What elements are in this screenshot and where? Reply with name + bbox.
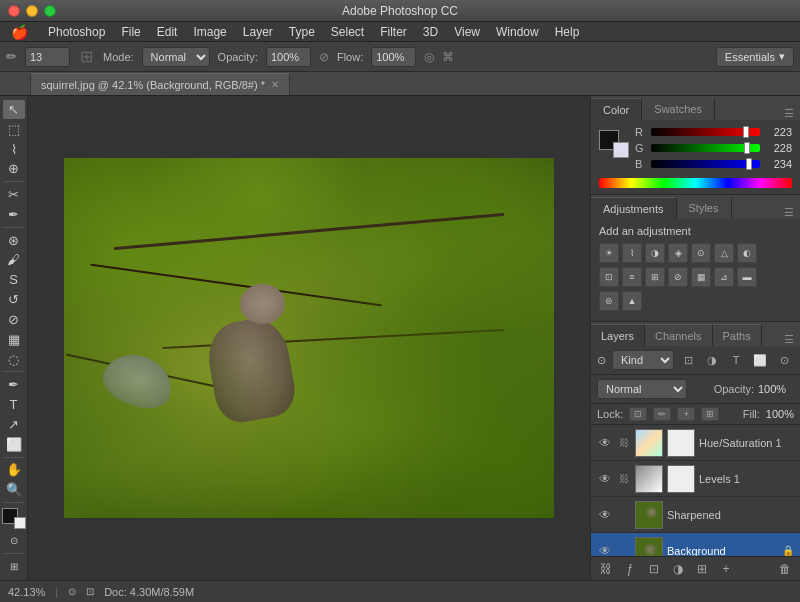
curves-adj-icon[interactable]: ⌇	[622, 243, 642, 263]
selective-color-adj-icon[interactable]: ⊜	[599, 291, 619, 311]
tab-layers[interactable]: Layers	[591, 324, 645, 346]
brush-size-value[interactable]: 13	[25, 47, 70, 67]
menu-file[interactable]: File	[114, 23, 147, 41]
menu-photoshop[interactable]: Photoshop	[41, 23, 112, 41]
pixel-filter-button[interactable]: ⊡	[678, 350, 698, 370]
blend-mode-select[interactable]: Normal Multiply Screen Overlay	[597, 379, 687, 399]
fg-bg-colors[interactable]	[2, 508, 26, 529]
lock-image-button[interactable]: ✏	[653, 407, 671, 421]
shape-filter-button[interactable]: ⬜	[750, 350, 770, 370]
color-spectrum-bar[interactable]	[599, 178, 792, 188]
apple-menu[interactable]: 🍎	[4, 22, 35, 42]
blue-slider[interactable]	[651, 160, 760, 168]
flow-value[interactable]: 100%	[371, 47, 416, 67]
healing-brush-tool[interactable]: ⊛	[3, 231, 25, 250]
kind-select[interactable]: Kind	[612, 350, 674, 370]
eraser-tool[interactable]: ⊘	[3, 310, 25, 329]
new-group-button[interactable]: ⊞	[693, 560, 711, 578]
tab-adjustments[interactable]: Adjustments	[591, 197, 677, 219]
window-controls[interactable]	[8, 5, 56, 17]
lock-transparent-button[interactable]: ⊡	[629, 407, 647, 421]
pen-tool[interactable]: ✒	[3, 375, 25, 394]
lock-position-button[interactable]: +	[677, 407, 695, 421]
quick-mask-button[interactable]: ⊙	[3, 532, 25, 551]
path-tool[interactable]: ↗	[3, 415, 25, 434]
exposure-adj-icon[interactable]: ◑	[645, 243, 665, 263]
invert-adj-icon[interactable]: ⊘	[668, 267, 688, 287]
history-brush-tool[interactable]: ↺	[3, 290, 25, 309]
menu-window[interactable]: Window	[489, 23, 546, 41]
gradient-map-adj-icon[interactable]: ▬	[737, 267, 757, 287]
layer-mask-button[interactable]: ⊡	[645, 560, 663, 578]
menu-type[interactable]: Type	[282, 23, 322, 41]
screen-mode-button[interactable]: ⊞	[3, 557, 25, 576]
quick-select-tool[interactable]: ⊕	[3, 159, 25, 178]
type-filter-button[interactable]: T	[726, 350, 746, 370]
layer-visibility-levels[interactable]: 👁	[597, 471, 613, 487]
menu-edit[interactable]: Edit	[150, 23, 185, 41]
menu-layer[interactable]: Layer	[236, 23, 280, 41]
mode-select[interactable]: Normal Multiply Screen Overlay	[142, 47, 210, 67]
crop-tool[interactable]: ✂	[3, 185, 25, 204]
essentials-button[interactable]: Essentials ▾	[716, 47, 794, 67]
channel-mix-adj-icon[interactable]: ≡	[622, 267, 642, 287]
bw-adj-icon[interactable]: ◐	[737, 243, 757, 263]
blur-tool[interactable]: ◌	[3, 350, 25, 369]
lock-artboard-button[interactable]: ⊞	[701, 407, 719, 421]
opacity-value[interactable]: 100%	[758, 383, 794, 395]
color-lookup-adj-icon[interactable]: ⊞	[645, 267, 665, 287]
tab-swatches[interactable]: Swatches	[642, 98, 715, 120]
marquee-tool[interactable]: ⬚	[3, 120, 25, 139]
menu-filter[interactable]: Filter	[373, 23, 414, 41]
color-panel-menu[interactable]: ☰	[784, 107, 800, 120]
delete-layer-button[interactable]: 🗑	[776, 560, 794, 578]
photo-filter-adj-icon[interactable]: ⊡	[599, 267, 619, 287]
layer-visibility-hue[interactable]: 👁	[597, 435, 613, 451]
menu-3d[interactable]: 3D	[416, 23, 445, 41]
adjustment-filter-button[interactable]: ◑	[702, 350, 722, 370]
hand-tool[interactable]: ✋	[3, 461, 25, 480]
green-slider[interactable]	[651, 144, 760, 152]
eyedropper-tool[interactable]: ✒	[3, 205, 25, 224]
menu-help[interactable]: Help	[548, 23, 587, 41]
color-balance-adj-icon[interactable]: △	[714, 243, 734, 263]
document-canvas[interactable]	[64, 158, 554, 518]
menu-select[interactable]: Select	[324, 23, 371, 41]
opacity-value[interactable]: 100%	[266, 47, 311, 67]
layer-visibility-sharpened[interactable]: 👁	[597, 507, 613, 523]
menu-image[interactable]: Image	[186, 23, 233, 41]
vibrance-adj-icon[interactable]: ◈	[668, 243, 688, 263]
red-slider[interactable]	[651, 128, 760, 136]
background-color[interactable]	[14, 517, 26, 529]
tab-styles[interactable]: Styles	[677, 197, 732, 219]
zoom-tool[interactable]: 🔍	[3, 480, 25, 499]
clone-stamp-tool[interactable]: S	[3, 270, 25, 289]
menu-view[interactable]: View	[447, 23, 487, 41]
gradient-tool[interactable]: ▦	[3, 330, 25, 349]
hue-sat-adj-icon[interactable]: ⊙	[691, 243, 711, 263]
smart-filter-button[interactable]: ⊙	[774, 350, 794, 370]
lasso-tool[interactable]: ⌇	[3, 140, 25, 159]
tab-close-button[interactable]: ✕	[271, 79, 279, 90]
layer-row-hue-saturation[interactable]: 👁 ⛓ Hue/Saturation 1	[591, 425, 800, 461]
brightness-adj-icon[interactable]: ☀	[599, 243, 619, 263]
tab-channels[interactable]: Channels	[645, 324, 712, 346]
fill-value[interactable]: 100%	[766, 408, 794, 420]
bg-swatch[interactable]	[613, 142, 629, 158]
tab-paths[interactable]: Paths	[713, 324, 762, 346]
layer-row-levels[interactable]: 👁 ⛓ Levels 1	[591, 461, 800, 497]
maximize-button[interactable]	[44, 5, 56, 17]
link-layers-button[interactable]: ⛓	[597, 560, 615, 578]
brush-tool[interactable]: 🖌	[3, 251, 25, 270]
new-layer-button[interactable]: +	[717, 560, 735, 578]
threshold-adj-icon[interactable]: ⊿	[714, 267, 734, 287]
layers-panel-menu[interactable]: ☰	[784, 333, 800, 346]
adj-panel-menu[interactable]: ☰	[784, 206, 800, 219]
minimize-button[interactable]	[26, 5, 38, 17]
document-tab[interactable]: squirrel.jpg @ 42.1% (Background, RGB/8#…	[30, 73, 290, 95]
posterize-adj-icon[interactable]: ▦	[691, 267, 711, 287]
tab-color[interactable]: Color	[591, 98, 642, 120]
color-swatch-fg-bg[interactable]	[599, 130, 629, 158]
layer-effects-button[interactable]: ƒ	[621, 560, 639, 578]
move-tool[interactable]: ↖	[3, 100, 25, 119]
